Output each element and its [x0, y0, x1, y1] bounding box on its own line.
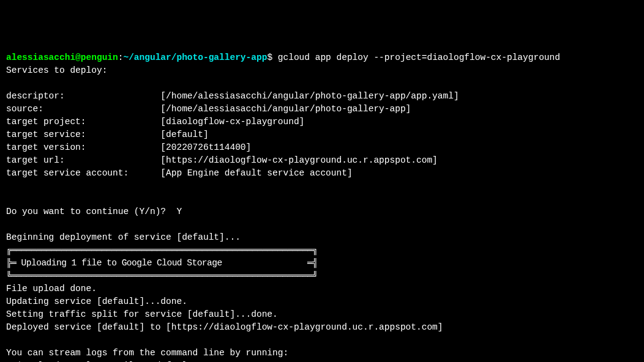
logs-line2: $ gcloud app logs tail -s default: [6, 360, 638, 362]
blank-line: [6, 193, 638, 205]
deployed-line: Deployed service [default] to [https://d…: [6, 321, 638, 334]
traffic-line: Setting traffic split for service [defau…: [6, 308, 638, 321]
prompt-user: alessiasacchi@penguin: [6, 53, 118, 62]
target-url-line: target url: [https://diaologflow-cx-play…: [6, 154, 638, 167]
prompt-dollar: $: [267, 53, 277, 62]
logs-line1: You can stream logs from the command lin…: [6, 347, 638, 360]
box-middle: ╠═ Uploading 1 file to Google Cloud Stor…: [6, 257, 638, 270]
target-version-line: target version: [20220726t114400]: [6, 141, 638, 154]
prompt-path: ~/angular/photo-gallery-app: [123, 53, 267, 62]
descriptor-line: descriptor: [/home/alessiasacchi/angular…: [6, 90, 638, 103]
command-text: gcloud app deploy --project=diaologflow-…: [278, 53, 560, 62]
blank-line: [6, 334, 638, 347]
blank-line: [6, 218, 638, 231]
target-project-line: target project: [diaologflow-cx-playgrou…: [6, 116, 638, 128]
upload-done-line: File upload done.: [6, 283, 638, 295]
box-bottom: ╚═══════════════════════════════════════…: [6, 270, 638, 283]
services-header: Services to deploy:: [6, 64, 638, 77]
updating-line: Updating service [default]...done.: [6, 295, 638, 308]
beginning-line: Beginning deployment of service [default…: [6, 231, 638, 244]
blank-line: [6, 180, 638, 193]
blank-line: [6, 77, 638, 90]
continue-prompt: Do you want to continue (Y/n)? Y: [6, 205, 638, 218]
source-line: source: [/home/alessiasacchi/angular/pho…: [6, 103, 638, 116]
box-top: ╔═══════════════════════════════════════…: [6, 244, 638, 257]
target-service-line: target service: [default]: [6, 128, 638, 141]
target-sa-line: target service account: [App Engine defa…: [6, 167, 638, 180]
prompt-line: alessiasacchi@penguin:~/angular/photo-ga…: [6, 51, 638, 64]
terminal[interactable]: alessiasacchi@penguin:~/angular/photo-ga…: [6, 51, 638, 362]
